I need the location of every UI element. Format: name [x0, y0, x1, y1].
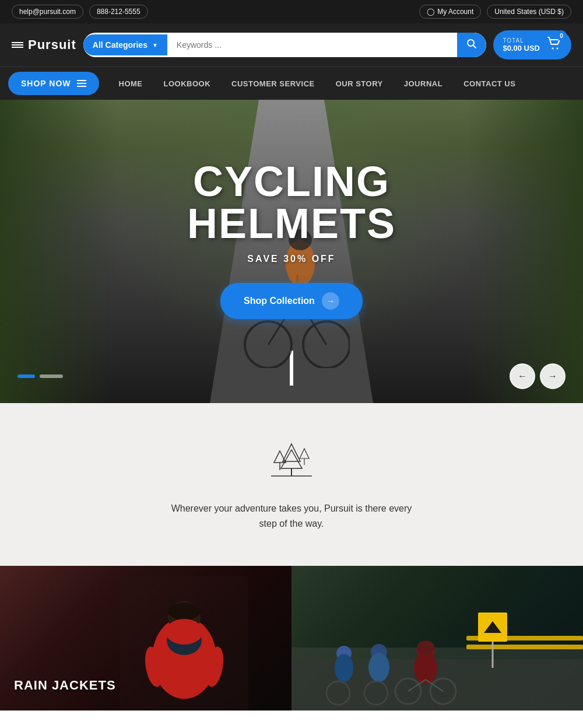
hamburger-icon[interactable]	[12, 42, 23, 48]
hero-title: CYCLING HELMETS	[187, 160, 396, 244]
hero-subtitle: SAVE 30% OFF	[187, 254, 396, 264]
svg-point-34	[414, 652, 437, 684]
cart-icon	[546, 40, 562, 54]
svg-rect-29	[466, 645, 583, 649]
shop-collection-button[interactable]: Shop Collection →	[220, 283, 363, 319]
next-arrow[interactable]: →	[540, 363, 566, 389]
svg-point-3	[557, 48, 559, 50]
top-bar-right: ◯ My Account United States (USD $)	[419, 5, 571, 19]
mid-section: Wherever your adventure takes you, Pursu…	[0, 403, 583, 566]
promo-grid: RAIN JACKETS	[0, 566, 583, 710]
nav-item-journal[interactable]: JOURNAL	[394, 68, 453, 100]
hero-controls: ← →	[0, 363, 583, 389]
promo-card-rain-jackets[interactable]: RAIN JACKETS	[0, 566, 292, 710]
svg-point-23	[168, 603, 201, 620]
mid-tagline: Wherever your adventure takes you, Pursu…	[169, 501, 414, 531]
rain-jackets-label: RAIN JACKETS	[14, 678, 116, 693]
adventure-icon	[268, 438, 315, 487]
chevron-down-icon: ▼	[152, 42, 158, 48]
svg-point-35	[417, 640, 434, 654]
brand-logo[interactable]: Pursuit	[12, 37, 76, 52]
currency-selector[interactable]: United States (USD $)	[487, 5, 571, 19]
search-container: All Categories ▼	[83, 33, 487, 57]
svg-point-2	[552, 48, 554, 50]
dot-1[interactable]	[17, 374, 35, 378]
top-bar: help@pursuit.com 888-212-5555 ◯ My Accou…	[0, 0, 583, 23]
cart-total: TOTAL $0.00 USD	[503, 37, 540, 52]
search-bar: Pursuit All Categories ▼ TOTAL $0.00 USD	[0, 23, 583, 66]
category-dropdown[interactable]: All Categories ▼	[83, 34, 167, 55]
nav-item-home[interactable]: HOME	[108, 68, 153, 100]
cart-button[interactable]: TOTAL $0.00 USD 0	[493, 30, 571, 60]
my-account-btn[interactable]: ◯ My Account	[419, 5, 481, 19]
svg-line-1	[473, 46, 476, 48]
nav-bar: SHOP NOW HOME LOOKBOOK CUSTOMER SERVICE …	[0, 66, 583, 100]
nav-item-lookbook[interactable]: LOOKBOOK	[153, 68, 222, 100]
nav-item-our-story[interactable]: OUR STORY	[325, 68, 394, 100]
search-icon	[466, 38, 477, 51]
phone-contact[interactable]: 888-212-5555	[89, 5, 148, 19]
svg-marker-11	[283, 444, 300, 461]
top-bar-left: help@pursuit.com 888-212-5555	[12, 5, 148, 19]
user-icon: ◯	[427, 8, 434, 16]
arrow-right-icon: →	[322, 292, 339, 310]
nav-links: HOME LOOKBOOK CUSTOMER SERVICE OUR STORY…	[108, 68, 526, 100]
dot-2[interactable]	[40, 374, 63, 378]
svg-marker-14	[274, 451, 286, 463]
cart-badge: 0	[556, 30, 567, 41]
cart-icon-wrap: 0	[546, 35, 562, 55]
shop-now-button[interactable]: SHOP NOW	[8, 72, 99, 95]
svg-point-45	[335, 654, 353, 682]
svg-point-41	[368, 653, 389, 682]
hero-arrows: ← →	[510, 363, 566, 389]
svg-marker-16	[300, 449, 309, 459]
svg-point-24	[166, 619, 203, 645]
email-contact[interactable]: help@pursuit.com	[12, 5, 83, 19]
prev-arrow[interactable]: ←	[510, 363, 535, 389]
nav-item-contact-us[interactable]: CONTACT US	[453, 68, 526, 100]
promo-card-cycling[interactable]	[292, 566, 583, 710]
search-input[interactable]	[167, 34, 458, 55]
hero-dots	[17, 374, 63, 378]
search-button[interactable]	[457, 33, 486, 57]
nav-item-customer-service[interactable]: CUSTOMER SERVICE	[221, 68, 325, 100]
menu-icon	[77, 80, 86, 87]
hero-section: CYCLING HELMETS SAVE 30% OFF Shop Collec…	[0, 100, 583, 403]
hero-content: CYCLING HELMETS SAVE 30% OFF Shop Collec…	[187, 160, 396, 319]
brand-name: Pursuit	[28, 37, 76, 52]
